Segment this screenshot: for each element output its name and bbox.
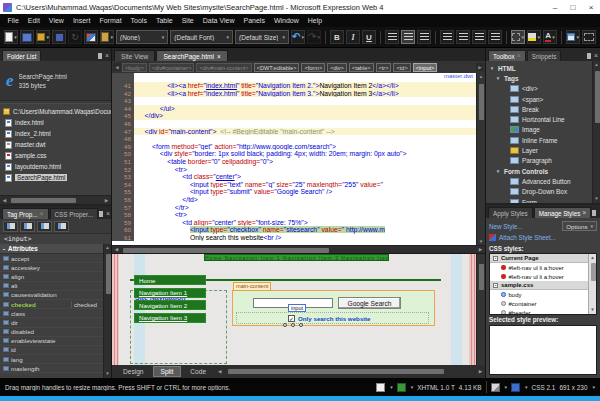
pin-icon[interactable] <box>99 211 103 217</box>
code-line[interactable]: 49 <form method="get" action="http://www… <box>112 143 476 151</box>
code-line[interactable]: 56 </td> <box>112 196 476 204</box>
alphabetical-view-icon[interactable] <box>20 221 35 232</box>
scroll-right-icon[interactable]: ▶ <box>476 369 485 374</box>
main-content-region-label[interactable]: main-content <box>233 282 271 291</box>
breadcrumb-tag[interactable]: <DWT:editable> <box>254 63 300 72</box>
menu-item[interactable]: Insert <box>68 17 95 24</box>
insert-table-button[interactable]: ▾ <box>566 30 580 44</box>
tab-folder-list[interactable]: Folder List <box>2 50 41 61</box>
toolbox-item[interactable]: Layer <box>486 145 592 155</box>
breadcrumb-tag[interactable]: <body> <box>122 63 147 72</box>
tab-manage-styles[interactable]: Manage Styles× <box>534 207 592 218</box>
attribute-row[interactable]: checked checked <box>0 300 103 309</box>
code-line[interactable]: 54 <input type="text" name="q" size="25"… <box>112 181 476 189</box>
code-line[interactable]: 46 <box>112 120 476 128</box>
size-combo[interactable]: (Default Size)▾ <box>235 30 289 44</box>
menu-item[interactable]: View <box>44 17 68 24</box>
breadcrumb-tag[interactable]: <td> <box>393 63 410 72</box>
collapse-icon[interactable]: ▾ <box>495 75 501 81</box>
css-style-row[interactable]: body <box>490 290 588 299</box>
scroll-thumb[interactable] <box>591 263 596 281</box>
redo-button[interactable]: ↷▾ <box>307 30 321 44</box>
breadcrumb-tag[interactable]: <table> <box>349 63 374 72</box>
code-line[interactable]: 59 <td align="center" style="font-size: … <box>112 219 476 227</box>
scroll-down-icon[interactable]: ▼ <box>104 370 111 378</box>
menu-item[interactable]: Help <box>303 17 326 24</box>
attribute-row[interactable]: id <box>0 346 103 355</box>
toolbox-item[interactable]: ▾ Form Controls <box>486 166 592 176</box>
maximize-icon[interactable]: □ <box>564 0 582 14</box>
scroll-thumb[interactable] <box>479 84 484 120</box>
close-icon[interactable]: × <box>39 211 43 217</box>
design-nav-link[interactable]: Navigation Item 1 <box>134 288 206 298</box>
tab-split-view[interactable]: Split <box>153 366 182 377</box>
dropdown-icon[interactable]: ▾ <box>317 34 320 40</box>
numbered-list-button[interactable] <box>440 30 454 44</box>
close-icon[interactable]: × <box>582 0 600 14</box>
file-row[interactable]: layoutdemo.html <box>0 161 111 172</box>
menu-item[interactable]: Table <box>151 17 177 24</box>
doctype-indicator[interactable]: XHTML 1.0 T <box>417 384 455 391</box>
outdent-button[interactable] <box>472 30 486 44</box>
page-dimensions-indicator[interactable]: 691 x 230 <box>559 384 587 391</box>
publish-status-icon[interactable] <box>376 383 385 392</box>
pin-icon[interactable] <box>587 53 591 59</box>
attribute-row[interactable]: disabled <box>0 328 103 337</box>
code-line[interactable]: 43 <box>112 97 476 105</box>
design-nav-link[interactable]: Home <box>134 275 206 285</box>
css-style-row[interactable]: - sample.css <box>490 281 588 290</box>
tab-css-properties[interactable]: CSS Proper... <box>50 208 99 219</box>
chevron-down-icon[interactable]: ▾ <box>282 34 285 40</box>
close-icon[interactable]: × <box>105 53 109 59</box>
selection-handle[interactable] <box>291 323 295 327</box>
css-style-row[interactable]: #left-nav ul li a:hover <box>490 263 588 272</box>
toolbox-item[interactable]: Image <box>486 125 592 135</box>
code-vscrollbar[interactable]: ▲ ▼ <box>476 73 485 245</box>
selection-handle[interactable] <box>299 323 303 327</box>
toolbox-item[interactable]: <div> <box>486 84 592 94</box>
design-checkbox[interactable]: ✓ <box>288 315 295 322</box>
breadcrumb-tag[interactable]: <tr> <box>376 63 392 72</box>
design-google-search-button[interactable]: Google Search <box>338 297 401 309</box>
close-icon[interactable]: × <box>217 53 221 60</box>
design-top-nav[interactable]: Home Navigation Item 1 Navigation Item 2… <box>204 254 389 261</box>
scroll-up-icon[interactable]: ▲ <box>589 254 596 262</box>
reload-button[interactable]: ↻ <box>68 30 82 44</box>
file-row[interactable]: C:\Users\Muhammad.Waqas\Documen <box>0 106 111 117</box>
chevron-down-icon[interactable]: ▾ <box>162 34 165 40</box>
dropdown-icon[interactable]: ▾ <box>537 34 540 40</box>
file-row[interactable]: master.dwt <box>0 139 111 150</box>
toolbox-item[interactable]: Paragraph <box>486 156 592 166</box>
bullet-list-button[interactable] <box>456 30 470 44</box>
paste-button[interactable]: ▾ <box>100 30 114 44</box>
code-line[interactable]: 60 <input type="checkbox" name="sitesear… <box>112 226 476 234</box>
tab-apply-styles[interactable]: Apply Styles <box>488 207 533 218</box>
scroll-down-icon[interactable]: ▼ <box>477 239 485 244</box>
code-line[interactable]: 51 <table border="0" cellpadding="0"> <box>112 158 476 166</box>
code-line[interactable]: 44 </ul> <box>112 105 476 113</box>
toolbox-item[interactable]: Drop-Down Box <box>486 187 592 197</box>
dropdown-icon[interactable]: ▾ <box>301 34 304 40</box>
dropdown-icon[interactable]: ▾ <box>14 34 17 40</box>
dropdown-icon[interactable]: ▾ <box>390 384 393 390</box>
scroll-left-icon[interactable]: ◀ <box>215 369 224 374</box>
dropdown-icon[interactable]: ▾ <box>505 384 508 390</box>
undo-button[interactable]: ↶▾ <box>291 30 305 44</box>
menu-item[interactable]: Site <box>177 17 198 24</box>
close-icon[interactable]: × <box>594 53 598 59</box>
breadcrumb-tag[interactable]: <div> <box>327 63 347 72</box>
code-line[interactable]: 58 <tr> <box>112 211 476 219</box>
scroll-thumb[interactable] <box>106 254 111 294</box>
underline-button[interactable]: U <box>362 30 376 44</box>
scroll-thumb[interactable] <box>228 369 444 374</box>
code-line[interactable]: 42 <li><a href="index.html" title="Navig… <box>112 90 476 98</box>
breadcrumb-tag[interactable]: <input> <box>413 63 438 72</box>
toolbox-item[interactable]: Break <box>486 104 592 114</box>
dropdown-icon[interactable]: ▾ <box>521 34 524 40</box>
toolbox-item[interactable]: <span> <box>486 94 592 104</box>
menu-item[interactable]: Format <box>95 17 126 24</box>
css-schema-indicator[interactable]: CSS 2.1 <box>532 384 556 391</box>
menu-item[interactable]: Edit <box>23 17 44 24</box>
preview-browser-button[interactable] <box>84 30 98 44</box>
toolbox-item[interactable]: Advanced Button <box>486 176 592 186</box>
